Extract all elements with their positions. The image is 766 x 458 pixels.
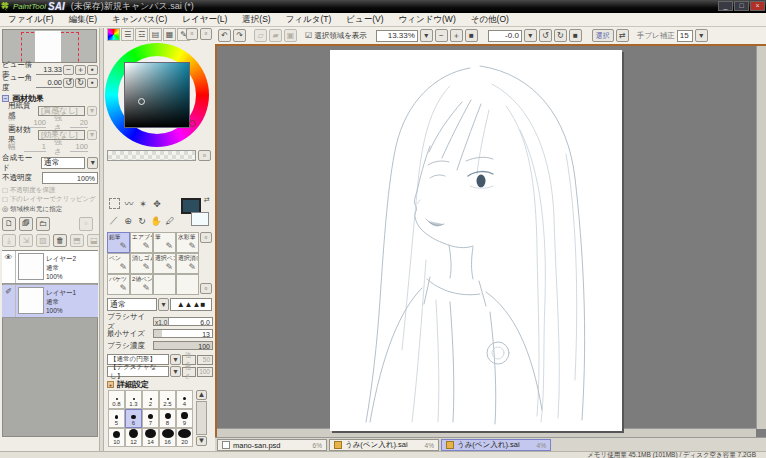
nav-rotate-cw-button[interactable]: ↻: [75, 78, 86, 88]
hue-marker-icon[interactable]: [189, 120, 196, 127]
size-preset[interactable]: 7: [142, 409, 159, 428]
lasso-tool-icon[interactable]: 〰: [122, 196, 136, 211]
menu-layer[interactable]: レイヤー(L): [182, 14, 227, 26]
menu-select[interactable]: 選択(S): [242, 14, 270, 26]
effect-strength-value[interactable]: 100: [70, 142, 88, 152]
expand-icon[interactable]: +: [107, 381, 114, 388]
tool-cell[interactable]: エアブラシ✎: [130, 232, 153, 253]
min-size-slider[interactable]: 13: [153, 329, 213, 338]
background-color-swatch[interactable]: [191, 212, 209, 226]
size-preset[interactable]: 9: [176, 409, 193, 428]
menu-file[interactable]: ファイル(F): [8, 14, 54, 26]
canvas-document[interactable]: [330, 50, 622, 431]
effect-dropdown-icon[interactable]: ▾: [87, 130, 97, 140]
size-preset[interactable]: 1.3: [125, 390, 142, 409]
tool-cell-empty[interactable]: [176, 274, 199, 295]
undo-button[interactable]: ↶: [218, 29, 231, 42]
stabilizer-dropdown-icon[interactable]: ▾: [695, 29, 708, 42]
zoom-out-button[interactable]: −: [435, 29, 448, 42]
tool-cell[interactable]: 消しゴム✎: [130, 253, 153, 274]
sv-cursor-icon[interactable]: [138, 98, 145, 105]
visibility-eye-icon[interactable]: 👁: [5, 253, 13, 262]
size-preset[interactable]: 2.5: [159, 390, 176, 409]
size-preset[interactable]: 10: [108, 428, 125, 447]
texture-strength-value[interactable]: 20: [70, 118, 88, 128]
advanced-settings-header[interactable]: + 詳細設定: [107, 379, 149, 390]
tool-cell[interactable]: 2値ペン✎: [130, 274, 153, 295]
rotate-cw-button[interactable]: ↻: [554, 29, 567, 42]
layer-item-1-selected[interactable]: ✐ レイヤー1 通常 100%: [2, 285, 98, 318]
deselect-button[interactable]: ▱: [254, 29, 267, 42]
paint-mode-select[interactable]: 通常: [107, 298, 157, 311]
layer-extra-button[interactable]: ▫: [79, 217, 93, 231]
saturation-value-picker[interactable]: [124, 62, 190, 128]
navigator-panel[interactable]: [2, 29, 97, 63]
blend-mode-select[interactable]: 通常: [41, 157, 86, 169]
brush-size-unit-button[interactable]: x1.0: [154, 318, 169, 325]
nav-zoom-in-button[interactable]: ＋: [75, 65, 86, 75]
clipping-checkbox[interactable]: ☐: [2, 196, 8, 204]
mix-strip-button[interactable]: ▫: [198, 150, 211, 161]
tool-cell[interactable]: 選択ペン✎: [153, 253, 176, 274]
canvas-tab-2[interactable]: うみ(ペン入れ).sai 4%: [329, 439, 439, 451]
color-wheel-tab-icon[interactable]: ●: [107, 28, 120, 41]
tool-grid-scroll-down-button[interactable]: ▫: [200, 283, 212, 294]
tool-cell[interactable]: 鉛筆✎: [107, 232, 130, 253]
canvas-tab-3-active[interactable]: うみ(ペン入れ).sai 4%: [441, 439, 551, 451]
paper-texture-dropdown-icon[interactable]: ▾: [87, 106, 97, 116]
color-mix-strip[interactable]: [107, 150, 196, 161]
brush-shape-strip[interactable]: ▲▲▲■: [170, 298, 212, 311]
close-button[interactable]: ×: [750, 1, 765, 11]
show-selection-checkbox[interactable]: ☑: [305, 31, 312, 40]
layer-up-button[interactable]: ⬒: [70, 234, 84, 247]
density-slider[interactable]: 100: [153, 341, 213, 350]
clear-layer-button[interactable]: ▨: [36, 234, 50, 247]
preset-scroll-down-button[interactable]: ▼: [196, 436, 207, 446]
brush-edge-dropdown-icon[interactable]: ▾: [170, 354, 181, 365]
size-preset[interactable]: 14: [142, 428, 159, 447]
expand-selection-button[interactable]: ▣: [284, 29, 297, 42]
move-tool-icon[interactable]: ✥: [150, 196, 164, 211]
preset-scroll-up-button[interactable]: ▲: [196, 390, 207, 400]
tool-cell[interactable]: 筆✎: [153, 232, 176, 253]
hsv-sliders-tab-icon[interactable]: ☲: [135, 28, 148, 41]
menu-filter[interactable]: フィルタ(T): [286, 14, 332, 26]
size-preset[interactable]: 4: [176, 390, 193, 409]
menu-canvas[interactable]: キャンバス(C): [112, 14, 167, 26]
detect-source-radio[interactable]: ◎: [2, 205, 8, 213]
size-preset[interactable]: 20: [176, 428, 193, 447]
menu-view[interactable]: ビュー(V): [346, 14, 383, 26]
opacity-slider[interactable]: 100%: [42, 172, 98, 184]
new-layer-button[interactable]: 🗋: [2, 217, 16, 231]
magic-wand-tool-icon[interactable]: ✶: [136, 196, 150, 211]
invert-selection-button[interactable]: ▰: [269, 29, 282, 42]
new-layer-set-button[interactable]: 🗀: [36, 217, 50, 231]
size-preset[interactable]: 2: [142, 390, 159, 409]
menu-edit[interactable]: 編集(E): [69, 14, 97, 26]
stabilizer-value-field[interactable]: 15: [677, 30, 693, 42]
hand-tool-icon[interactable]: ✋: [149, 213, 163, 228]
zoom-in-button[interactable]: ＋: [450, 29, 463, 42]
tool-cell-empty[interactable]: [153, 274, 176, 295]
size-preset[interactable]: 6: [125, 409, 142, 428]
size-preset[interactable]: 8: [159, 409, 176, 428]
nav-rotate-ccw-button[interactable]: ↺: [63, 78, 74, 88]
maximize-button[interactable]: □: [734, 1, 749, 11]
tool-cell[interactable]: 選択消し✎: [176, 253, 199, 274]
angle-value-field[interactable]: -0.0: [488, 30, 522, 42]
tool-cell[interactable]: バケツ✎: [107, 274, 130, 295]
color-mixer-tab-icon[interactable]: ▤: [149, 28, 162, 41]
effect-width-value[interactable]: 1: [24, 142, 46, 152]
panel-collapse-right-button[interactable]: ▫: [200, 28, 212, 40]
rgb-sliders-tab-icon[interactable]: ☰: [121, 28, 134, 41]
texture-strength-value2[interactable]: 100: [197, 367, 213, 377]
panel-collapse-left-button[interactable]: ▫: [186, 28, 198, 40]
brush-texture-select[interactable]: 【テクスチャなし】: [107, 366, 169, 377]
rect-select-tool-icon[interactable]: [109, 198, 120, 209]
menu-others[interactable]: その他(O): [471, 14, 509, 26]
selection-mode-button[interactable]: 選択: [592, 29, 614, 42]
rotate-ccw-button[interactable]: ↺: [539, 29, 552, 42]
tool-grid-scroll-up-button[interactable]: ▫: [200, 232, 212, 243]
angle-dropdown-icon[interactable]: ▾: [524, 29, 537, 42]
tool-cell[interactable]: ペン✎: [107, 253, 130, 274]
